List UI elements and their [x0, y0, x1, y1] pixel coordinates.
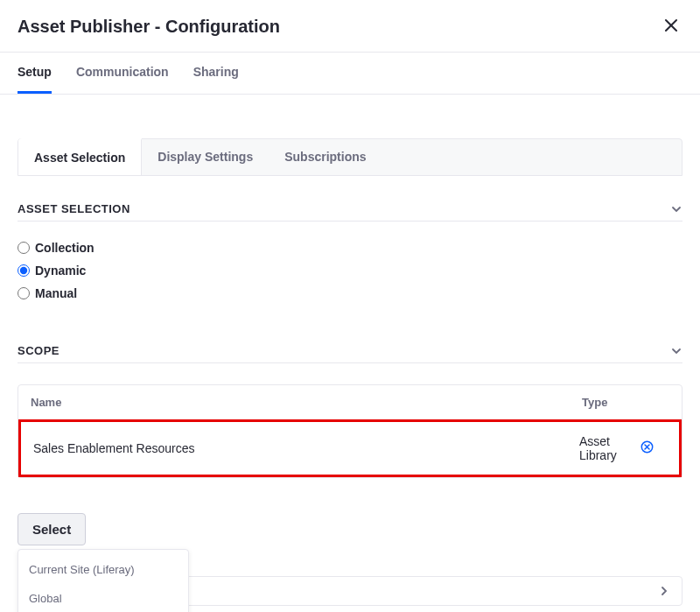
- chevron-down-icon: [670, 345, 682, 357]
- tab-communication[interactable]: Communication: [76, 53, 169, 94]
- tab-display-settings[interactable]: Display Settings: [142, 139, 269, 175]
- main-tab-bar: Setup Communication Sharing: [0, 53, 700, 95]
- radio-collection-input[interactable]: [18, 242, 30, 254]
- inner-tab-bar: Asset Selection Display Settings Subscri…: [18, 138, 682, 176]
- tab-asset-selection[interactable]: Asset Selection: [18, 138, 142, 175]
- tab-sharing[interactable]: Sharing: [193, 53, 239, 94]
- radio-manual-label: Manual: [35, 286, 77, 300]
- radio-dynamic-input[interactable]: [18, 264, 30, 277]
- table-row: Sales Enablement Resources Asset Library: [18, 419, 682, 477]
- col-header-type: Type: [582, 396, 643, 409]
- asset-selection-radio-group: Collection Dynamic Manual: [18, 241, 682, 300]
- remove-scope-button[interactable]: [640, 440, 654, 456]
- close-button[interactable]: [660, 14, 682, 39]
- radio-dynamic[interactable]: Dynamic: [18, 264, 682, 278]
- section-scope-header[interactable]: SCOPE: [18, 344, 682, 363]
- col-header-name: Name: [31, 396, 582, 409]
- scope-table: Name Type Sales Enablement Resources Ass…: [18, 384, 682, 478]
- tab-subscriptions[interactable]: Subscriptions: [269, 139, 382, 175]
- scope-table-header: Name Type: [18, 385, 682, 419]
- content-area: Asset Selection Display Settings Subscri…: [0, 95, 700, 612]
- tab-setup[interactable]: Setup: [18, 53, 52, 94]
- radio-dynamic-label: Dynamic: [35, 264, 86, 278]
- chevron-down-icon: [670, 203, 682, 215]
- modal-header: Asset Publisher - Configuration: [0, 0, 700, 53]
- select-scope-dropdown: Current Site (Liferay) Global Other Site…: [18, 549, 189, 612]
- scope-row-type: Asset Library: [579, 434, 640, 462]
- radio-manual-input[interactable]: [18, 287, 30, 299]
- radio-collection-label: Collection: [35, 241, 94, 255]
- dropdown-item-global[interactable]: Global: [18, 584, 188, 612]
- select-scope-button[interactable]: Select: [18, 513, 86, 545]
- radio-collection[interactable]: Collection: [18, 241, 682, 255]
- section-asset-selection-title: ASSET SELECTION: [18, 202, 130, 215]
- section-scope-title: SCOPE: [18, 344, 60, 357]
- remove-circle-icon: [640, 440, 654, 454]
- scope-row-name: Sales Enablement Resources: [33, 441, 579, 455]
- dropdown-item-current-site[interactable]: Current Site (Liferay): [18, 555, 188, 584]
- modal-title: Asset Publisher - Configuration: [18, 17, 280, 37]
- section-asset-selection-header[interactable]: ASSET SELECTION: [18, 202, 682, 222]
- close-icon: [663, 18, 679, 33]
- radio-manual[interactable]: Manual: [18, 286, 682, 300]
